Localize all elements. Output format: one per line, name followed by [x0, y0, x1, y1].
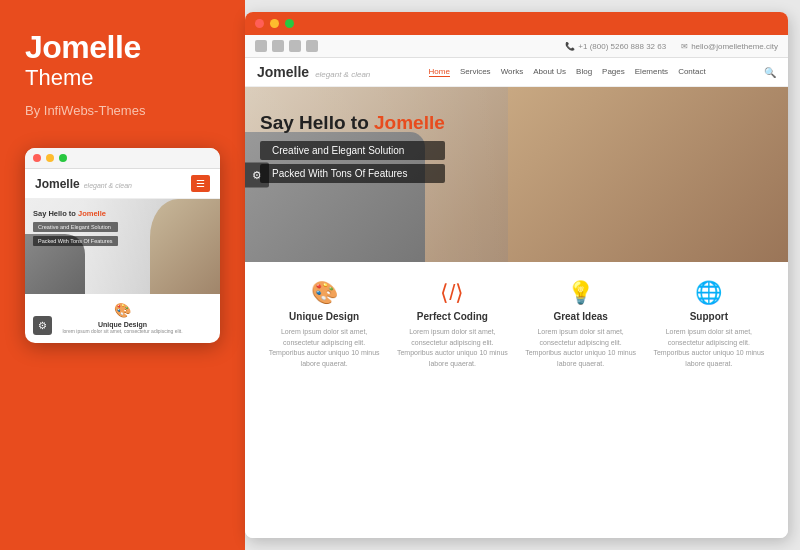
mobile-feat-design-icon: 🎨 [33, 302, 212, 318]
desktop-features: 🎨 Unique Design Lorem ipsum dolor sit am… [245, 262, 788, 538]
social-icons [255, 40, 318, 52]
desktop-nav-logo: Jomelle [257, 64, 309, 80]
mobile-settings-button[interactable]: ⚙ [33, 316, 52, 335]
nav-pages[interactable]: Pages [602, 67, 625, 77]
nav-contact[interactable]: Contact [678, 67, 706, 77]
mobile-hero-text: Say Hello to Jomelle Creative and Elegan… [33, 209, 118, 246]
feat-perfect-coding-desc: Lorem ipsum dolor sit amet, consectetur … [396, 327, 508, 369]
nav-elements[interactable]: Elements [635, 67, 668, 77]
mobile-hero-say-hello: Say Hello to Jomelle [33, 209, 118, 218]
mobile-feat-item: 🎨 Unique Design lorem ipsum dolor sit am… [33, 302, 212, 335]
feat-unique-design-title: Unique Design [268, 311, 380, 322]
feat-unique-design-desc: Lorem ipsum dolor sit amet, consectetur … [268, 327, 380, 369]
perfect-coding-icon: ⟨/⟩ [396, 280, 508, 306]
feat-support: 🌐 Support Lorem ipsum dolor sit amet, co… [645, 280, 773, 526]
hamburger-icon[interactable]: ☰ [191, 175, 210, 192]
nav-works[interactable]: Works [501, 67, 524, 77]
hero-brand-name: Jomelle [374, 112, 445, 133]
desktop-nav-left: Jomelle elegant & clean [257, 64, 370, 80]
mobile-features: 🎨 Unique Design lorem ipsum dolor sit am… [25, 294, 220, 343]
desktop-contact-bar: 📞 +1 (800) 5260 888 32 63 ✉ hello@jomell… [565, 42, 778, 51]
googleplus-icon[interactable] [289, 40, 301, 52]
desktop-nav-links: Home Services Works About Us Blog Pages … [429, 67, 706, 77]
mobile-nav-logo: Jomelle [35, 177, 80, 191]
mobile-feat-desc: lorem ipsum dolor sit amet, consectetur … [33, 328, 212, 335]
dot-yellow [46, 154, 54, 162]
desktop-top-bar [245, 12, 788, 35]
hero-tag2: Packed With Tons Of Features [260, 164, 445, 183]
desktop-browser-bar: 📞 +1 (800) 5260 888 32 63 ✉ hello@jomell… [245, 35, 788, 58]
mobile-hero-tag1: Creative and Elegant Solution [33, 222, 118, 232]
brand-by: By InfiWebs-Themes [25, 103, 220, 118]
mobile-hero-brand: Jomelle [78, 209, 106, 218]
twitter-icon[interactable] [272, 40, 284, 52]
nav-blog[interactable]: Blog [576, 67, 592, 77]
great-ideas-icon: 💡 [525, 280, 637, 306]
desktop-dot-green [285, 19, 294, 28]
desktop-mockup: 📞 +1 (800) 5260 888 32 63 ✉ hello@jomell… [245, 12, 788, 538]
left-panel: Jomelle Theme By InfiWebs-Themes Jomelle… [0, 0, 245, 550]
mobile-nav-tagline: elegant & clean [84, 182, 132, 189]
hero-text-box: Say Hello to Jomelle Creative and Elegan… [260, 112, 445, 183]
dot-red [33, 154, 41, 162]
mobile-mockup: Jomelle elegant & clean ☰ Say Hello to J… [25, 148, 220, 343]
mobile-hero-face [150, 199, 220, 294]
desktop-nav-tagline: elegant & clean [315, 70, 370, 79]
desktop-dot-red [255, 19, 264, 28]
feat-great-ideas: 💡 Great Ideas Lorem ipsum dolor sit amet… [517, 280, 645, 526]
hero-say-hello: Say Hello to Jomelle [260, 112, 445, 134]
feat-perfect-coding-title: Perfect Coding [396, 311, 508, 322]
feat-support-title: Support [653, 311, 765, 322]
nav-home[interactable]: Home [429, 67, 450, 77]
search-icon[interactable]: 🔍 [764, 67, 776, 78]
linkedin-icon[interactable] [306, 40, 318, 52]
unique-design-icon: 🎨 [268, 280, 380, 306]
brand-title: Jomelle [25, 30, 220, 65]
feat-perfect-coding: ⟨/⟩ Perfect Coding Lorem ipsum dolor sit… [388, 280, 516, 526]
nav-about[interactable]: About Us [533, 67, 566, 77]
mobile-hero: Say Hello to Jomelle Creative and Elegan… [25, 199, 220, 294]
mobile-nav: Jomelle elegant & clean ☰ [25, 169, 220, 199]
support-icon: 🌐 [653, 280, 765, 306]
desktop-dot-yellow [270, 19, 279, 28]
feat-great-ideas-title: Great Ideas [525, 311, 637, 322]
phone-info: 📞 +1 (800) 5260 888 32 63 [565, 42, 666, 51]
hero-tag1: Creative and Elegant Solution [260, 141, 445, 160]
feat-support-desc: Lorem ipsum dolor sit amet, consectetur … [653, 327, 765, 369]
mobile-top-bar [25, 148, 220, 169]
right-panel: 📞 +1 (800) 5260 888 32 63 ✉ hello@jomell… [245, 0, 800, 550]
mobile-feat-title: Unique Design [33, 321, 212, 328]
desktop-nav: Jomelle elegant & clean Home Services Wo… [245, 58, 788, 87]
mobile-hero-tag2: Packed With Tons Of Features [33, 236, 118, 246]
desktop-hero: Say Hello to Jomelle Creative and Elegan… [245, 87, 788, 262]
dot-green [59, 154, 67, 162]
nav-services[interactable]: Services [460, 67, 491, 77]
email-info: ✉ hello@jomelletheme.city [681, 42, 778, 51]
feat-unique-design: 🎨 Unique Design Lorem ipsum dolor sit am… [260, 280, 388, 526]
feat-great-ideas-desc: Lorem ipsum dolor sit amet, consectetur … [525, 327, 637, 369]
facebook-icon[interactable] [255, 40, 267, 52]
hero-face-figure [508, 87, 788, 262]
brand-subtitle: Theme [25, 65, 220, 91]
